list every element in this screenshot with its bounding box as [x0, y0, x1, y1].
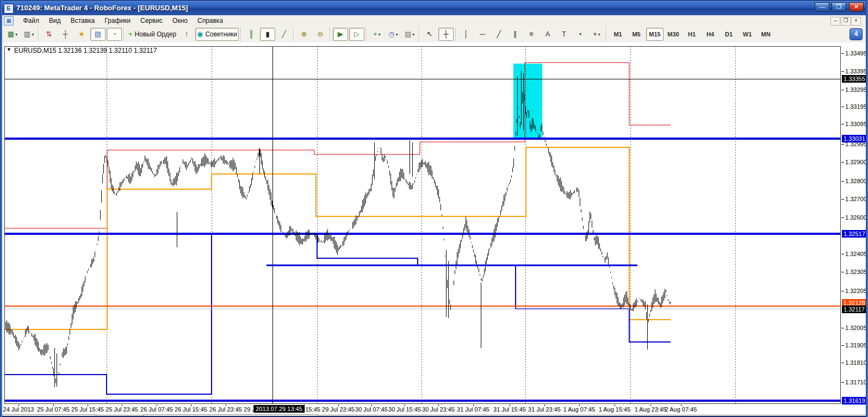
auto-scroll-button[interactable]: ▶: [333, 28, 348, 41]
plot-border: [5, 47, 841, 404]
toolbar-group: +Новый Ордер!◉Советники: [124, 27, 241, 41]
toolbar-group: ↖┼: [419, 27, 456, 41]
title-bar[interactable]: E 710249: MetaTrader 4 - RoboForex - [EU…: [0, 0, 868, 15]
horizontal-line-tool-button[interactable]: ─: [475, 28, 490, 41]
data-window-button[interactable]: ┼: [58, 28, 73, 41]
crosshair-tool-button[interactable]: ┼: [438, 28, 454, 41]
child-close-button[interactable]: ×: [851, 17, 861, 26]
market-watch-icon: ⇅: [46, 29, 52, 40]
menu-bar: ▦ ФайлВидВставкаГрафикиСервисОкноСправка…: [1, 15, 867, 27]
red-step-line[interactable]: [4, 63, 671, 228]
time-label: 25 Jul 07:45: [37, 406, 70, 413]
templates-button[interactable]: ▨▾: [402, 28, 417, 41]
arrows-tool-button[interactable]: +▾: [589, 28, 604, 41]
maximize-button[interactable]: ❐: [832, 2, 846, 11]
new-chart-icon: ▦: [8, 29, 14, 40]
menu-item-окно[interactable]: Окно: [168, 15, 193, 26]
horizontal-line-tool-icon: ─: [480, 29, 485, 40]
fibonacci-tool-button[interactable]: ≡: [524, 28, 539, 41]
time-label: 29 Jul 23:45: [322, 406, 355, 413]
blue-step-line[interactable]: [4, 234, 671, 394]
text-tool-button[interactable]: A: [540, 28, 555, 41]
toolbar-group: ▶▷: [330, 27, 367, 41]
new-chart-button[interactable]: ▦▾: [5, 28, 20, 41]
periods-button[interactable]: ◷▾: [386, 28, 401, 41]
indicators-list-button[interactable]: +▾: [369, 28, 385, 41]
strategy-tester-button[interactable]: ◔: [107, 28, 122, 41]
bar-chart-mode-button[interactable]: ║: [244, 28, 259, 41]
menu-item-вид[interactable]: Вид: [44, 15, 66, 26]
trendline-tool-button[interactable]: ╱: [491, 28, 506, 41]
terminal-button[interactable]: ▤: [90, 28, 106, 41]
tf-m1-button[interactable]: M1: [609, 28, 627, 41]
close-button[interactable]: ✕: [849, 2, 864, 11]
market-watch-button[interactable]: ⇅: [41, 28, 57, 41]
tf-h4-button[interactable]: H4: [702, 28, 719, 41]
tf-w1-button[interactable]: W1: [739, 28, 756, 41]
time-label: 30 Jul 23:45: [422, 406, 455, 413]
time-label: 1 Aug 07:45: [563, 406, 596, 413]
tf-h1-button[interactable]: H1: [683, 28, 700, 41]
vertical-line-tool-button[interactable]: │: [458, 28, 474, 41]
price-tick: 1.32305: [845, 269, 867, 275]
menu-item-графики[interactable]: Графики: [100, 15, 135, 26]
profiles-button[interactable]: ▥▾: [21, 28, 36, 41]
tf-m15-button[interactable]: M15: [646, 28, 664, 41]
tf-m30-button[interactable]: M30: [665, 28, 682, 41]
chart-child-icon[interactable]: ▦: [4, 16, 14, 26]
price-marker-1.33031: 1.33031: [842, 135, 867, 142]
menu-item-файл[interactable]: Файл: [18, 15, 44, 26]
expert-advisors-button[interactable]: ◉Советники: [195, 28, 239, 41]
child-restore-button[interactable]: ❐: [841, 17, 851, 26]
tf-mn-button[interactable]: MN: [757, 28, 774, 41]
shapes-tool-button[interactable]: ▪: [573, 28, 588, 41]
toolbar-group: ║▮╱: [241, 27, 294, 41]
time-label: 25 Jul 23:45: [106, 406, 138, 413]
time-axis[interactable]: 24 Jul 201325 Jul 07:4525 Jul 15:4525 Ju…: [4, 404, 841, 414]
important-button[interactable]: !: [179, 28, 194, 41]
strategy-tester-icon: ◔: [112, 29, 116, 40]
channel-tool-button[interactable]: ∥: [507, 28, 523, 41]
price-tick: 1.32005: [845, 325, 867, 331]
menu-item-вставка[interactable]: Вставка: [66, 15, 100, 26]
candlestick-mode-button[interactable]: ▮: [260, 28, 275, 41]
menu-item-справка[interactable]: Справка: [193, 15, 228, 26]
chart-plot[interactable]: [4, 46, 841, 404]
menu-item-сервис[interactable]: Сервис: [135, 15, 168, 26]
orange-step-line[interactable]: [4, 147, 671, 329]
candlestick-mode-icon: ▮: [265, 29, 269, 40]
price-tick: 1.32405: [845, 251, 867, 257]
terminal-icon: ▤: [95, 29, 101, 40]
label-tool-button[interactable]: T: [556, 28, 572, 41]
time-label: 26 Jul 07:45: [140, 406, 173, 413]
toolbar-group: M1M5M15M30H1H4D1W1MN: [606, 27, 777, 41]
price-tick: 1.32205: [845, 288, 867, 294]
price-tick: 1.31810: [845, 359, 867, 366]
new-chart-dropdown-icon: ▾: [15, 32, 17, 37]
cursor-tool-button[interactable]: ↖: [422, 28, 437, 41]
zoom-out-button[interactable]: ⊖: [313, 28, 328, 41]
chart-shift-button[interactable]: ▷: [349, 28, 364, 41]
crosshair-tool-icon: ┼: [443, 29, 448, 40]
tf-m5-button[interactable]: M5: [628, 28, 645, 41]
new-order-icon: +: [128, 29, 133, 40]
price-tick: 1.32600: [845, 214, 867, 221]
grid-lines: [107, 46, 841, 404]
arrows-tool-icon: +: [593, 29, 597, 40]
tf-d1-button[interactable]: D1: [720, 28, 737, 41]
metatrader-window: { "window": { "title": "710249: MetaTrad…: [0, 0, 868, 417]
one-click-trading-arrow[interactable]: ▼: [7, 47, 11, 52]
child-minimize-button[interactable]: –: [830, 17, 840, 26]
toolbar: ▦▾▥▾⇅┼★▤◔+Новый Ордер!◉Советники║▮╱⊕⊖▶▷+…: [1, 26, 867, 43]
price-axis[interactable]: 1.334951.333951.332951.331951.330951.329…: [841, 46, 868, 404]
notification-bubble-icon[interactable]: 4: [850, 28, 863, 40]
candlesticks: [6, 71, 671, 387]
navigator-button[interactable]: ★: [74, 28, 89, 41]
expert-advisors-icon: ◉: [197, 29, 203, 40]
zoom-in-button[interactable]: ⊕: [296, 28, 312, 41]
price-marker-1.33355: 1.33355: [842, 75, 867, 83]
minimize-button[interactable]: —: [815, 2, 829, 11]
line-chart-mode-button[interactable]: ╱: [276, 28, 292, 41]
price-marker-1.32117: 1.32117: [842, 306, 867, 313]
new-order-button[interactable]: +Новый Ордер: [127, 28, 178, 41]
